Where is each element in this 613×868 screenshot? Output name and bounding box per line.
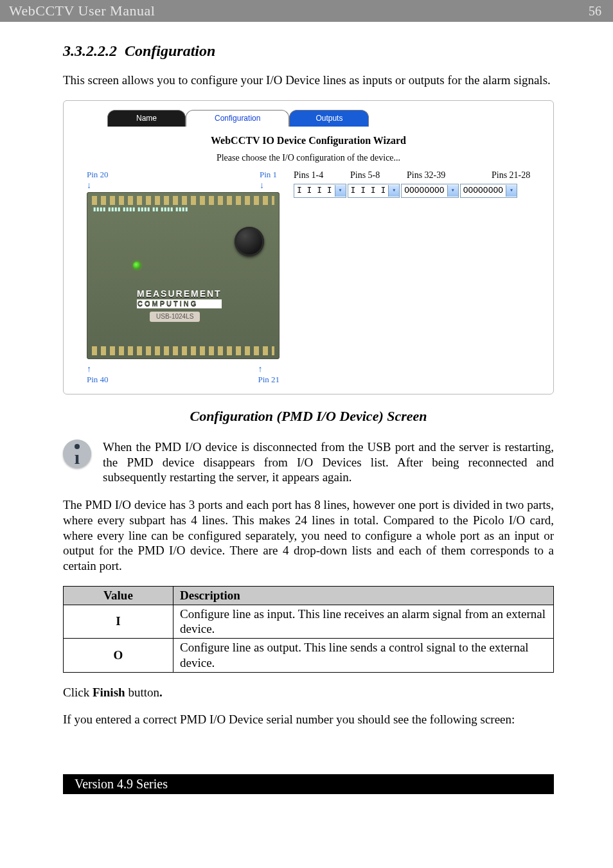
pin20-label: Pin 20 <box>87 170 109 179</box>
select-value: OOOOOOOO <box>461 186 506 196</box>
arrow-up-icon: ↑ <box>258 364 262 374</box>
arrow-down-icon: ↓ <box>87 181 91 190</box>
finish-bold: Finish <box>93 686 125 699</box>
wizard-title: WebCCTV IO Device Configuration Wizard <box>64 134 553 147</box>
cell-description: Configure line as input. This line recei… <box>173 605 554 639</box>
pins-bottom-icon <box>92 346 274 355</box>
select-value: I I I I <box>348 186 389 196</box>
tab-configuration[interactable]: Configuration <box>186 110 289 127</box>
table-row: O Configure line as output. This line se… <box>64 639 554 673</box>
tab-outputs[interactable]: Outputs <box>289 110 369 127</box>
pins-top-icon <box>92 196 274 205</box>
knob-icon <box>235 227 264 256</box>
label-pins-1-4: Pins 1-4 <box>294 170 336 181</box>
pin1-label: Pin 1 <box>260 170 277 179</box>
section-heading: 3.3.2.2.2 Configuration <box>63 41 554 60</box>
doc-title: WebCCTV User Manual <box>9 3 155 19</box>
model-label: USB-1024LS <box>150 312 200 323</box>
page-number: 56 <box>589 4 601 19</box>
select-pins-21-28[interactable]: OOOOOOOO ▾ <box>460 184 517 198</box>
brand-label: MEASUREMENT COMPUTING <box>137 288 222 308</box>
table-header-row: Value Description <box>64 586 554 605</box>
board-top-labels: ▮▮▮▮ ▮▮▮▮ ▮▮▮▮ ▮▮▮▮ ▮▮ ▮▮▮▮ ▮▮▮▮ <box>93 206 188 213</box>
page-content: 3.3.2.2.2 Configuration This screen allo… <box>0 22 613 759</box>
paragraph-serial: If you entered a correct PMD I/O Device … <box>63 712 554 727</box>
chevron-down-icon[interactable]: ▾ <box>388 185 399 197</box>
pin40-label: Pin 40 <box>87 375 109 384</box>
label-pins-5-8: Pins 5-8 <box>350 170 393 181</box>
section-title: Configuration <box>125 42 215 59</box>
chevron-down-icon[interactable]: ▾ <box>506 185 517 197</box>
arrow-up-icon: ↑ <box>87 364 91 374</box>
wizard-screenshot: Name Configuration Outputs WebCCTV IO De… <box>63 100 554 395</box>
brand-bottom: COMPUTING <box>137 299 222 308</box>
value-table: Value Description I Configure line as in… <box>63 586 554 673</box>
cell-value: O <box>64 639 173 673</box>
brand-top: MEASUREMENT <box>137 288 222 299</box>
cell-value: I <box>64 605 173 639</box>
info-icon: ı <box>63 439 91 468</box>
chevron-down-icon[interactable]: ▾ <box>335 185 346 197</box>
wizard-subtitle: Please choose the I/O configuration of t… <box>64 152 553 164</box>
arrow-down-icon: ↓ <box>260 181 264 190</box>
section-number: 3.3.2.2.2 <box>63 42 117 59</box>
select-pins-1-4[interactable]: I I I I ▾ <box>294 184 346 198</box>
select-pins-5-8[interactable]: I I I I ▾ <box>348 184 400 198</box>
tab-name[interactable]: Name <box>107 110 186 127</box>
label-pins-32-39: Pins 32-39 <box>407 170 477 181</box>
cell-description: Configure line as output. This line send… <box>173 639 554 673</box>
select-value: I I I I <box>294 186 335 196</box>
th-description: Description <box>173 586 554 605</box>
label-pins-21-28: Pins 21-28 <box>492 170 530 181</box>
footer-version: Version 4.9 Series <box>63 774 554 794</box>
th-value: Value <box>64 586 173 605</box>
paragraph-ports: The PMD I/O device has 3 ports and each … <box>63 497 554 574</box>
info-text: When the PMD I/O device is disconnected … <box>103 439 554 485</box>
info-note: ı When the PMD I/O device is disconnecte… <box>63 439 554 485</box>
figure-caption: Configuration (PMD I/O Device) Screen <box>63 407 554 425</box>
intro-paragraph: This screen allows you to configure your… <box>63 73 554 88</box>
tab-row: Name Configuration Outputs <box>64 101 553 127</box>
page-header: WebCCTV User Manual 56 <box>0 0 613 22</box>
table-row: I Configure line as input. This line rec… <box>64 605 554 639</box>
click-finish-line: Click Finish button. <box>63 685 554 700</box>
led-icon <box>133 261 141 269</box>
device-board: ▮▮▮▮ ▮▮▮▮ ▮▮▮▮ ▮▮▮▮ ▮▮ ▮▮▮▮ ▮▮▮▮ MEASURE… <box>87 192 280 359</box>
form-column: Pins 1-4 Pins 5-8 Pins 32-39 Pins 21-28 … <box>294 170 534 385</box>
device-column: Pin 20↓ Pin 1↓ ▮▮▮▮ ▮▮▮▮ ▮▮▮▮ ▮▮▮▮ ▮▮ ▮▮… <box>87 170 280 385</box>
pin21-label: Pin 21 <box>258 375 280 384</box>
select-value: OOOOOOOO <box>402 186 447 196</box>
chevron-down-icon[interactable]: ▾ <box>447 185 458 197</box>
select-pins-32-39[interactable]: OOOOOOOO ▾ <box>401 184 458 198</box>
